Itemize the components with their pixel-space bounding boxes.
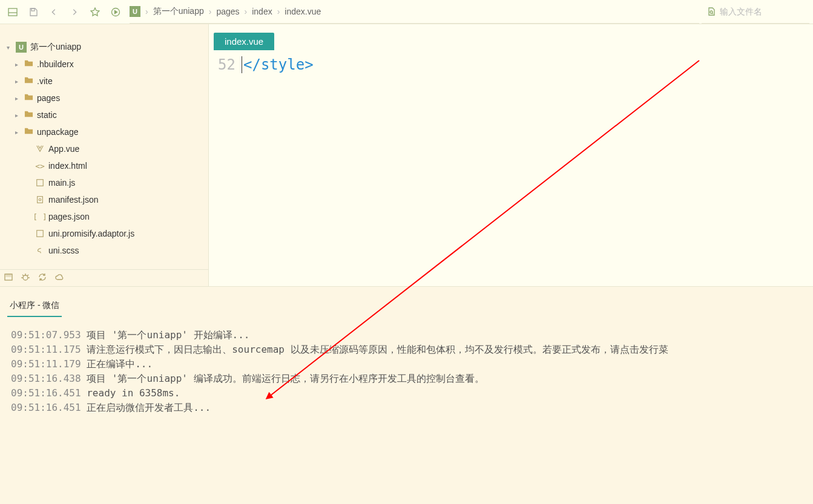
folder-item[interactable]: ▸static [0,106,208,123]
uniapp-icon: U [16,42,27,53]
file-label: App.vue [48,144,79,154]
file-search[interactable] [702,0,809,24]
console-line: 09:51:16.451 ready in 6358ms. [11,386,802,401]
console-output[interactable]: 09:51:07.953 项目 '第一个uniapp' 开始编译...09:51… [0,317,813,426]
project-name: 第一个uniapp [30,42,81,53]
svg-line-5 [713,13,714,15]
file-label: index.html [48,161,87,171]
project-root[interactable]: ▾ U 第一个uniapp [0,39,208,56]
cloud-icon[interactable] [54,272,64,284]
console-line: 09:51:16.451 正在启动微信开发者工具... [11,401,802,415]
file-icon [35,229,45,238]
console-tab[interactable]: 小程序 - 微信 [7,298,62,317]
file-icon [35,145,45,153]
chevron-right-icon: › [245,7,248,16]
save-icon[interactable] [24,3,42,21]
file-icon [35,246,45,255]
bug-icon[interactable] [21,272,30,284]
chevron-right-icon: ▸ [12,78,21,85]
chevron-right-icon: › [277,7,280,16]
svg-rect-7 [38,197,43,203]
chevron-right-icon: › [145,7,148,16]
file-explorer: ▾ U 第一个uniapp ▸.hbuilderx▸.vite▸pages▸st… [0,24,209,286]
chevron-right-icon: › [209,7,212,16]
file-icon: <> [35,162,45,171]
file-item[interactable]: ▸manifest.json [0,191,208,208]
breadcrumb-segment[interactable]: 第一个uniapp [153,6,204,17]
file-label: pages.json [48,212,90,221]
file-item[interactable]: ▸<>index.html [0,157,208,174]
breadcrumb-segment[interactable]: pages [216,7,239,16]
folder-item[interactable]: ▸.vite [0,73,208,90]
console-line: 09:51:11.175 请注意运行模式下，因日志输出、sourcemap 以及… [11,342,802,357]
folder-item[interactable]: ▸pages [0,90,208,106]
breadcrumb-segment[interactable]: index.vue [285,7,321,16]
top-toolbar: U › 第一个uniapp › pages › index › index.vu… [0,0,813,24]
folder-icon [24,59,33,70]
file-item[interactable]: ▸App.vue [0,140,208,157]
file-item[interactable]: ▸uni.promisify.adaptor.js [0,225,208,242]
code-line[interactable]: </style> [242,56,314,73]
file-item[interactable]: ▸uni.scss [0,242,208,259]
nav-back-icon[interactable] [45,3,63,21]
uniapp-icon: U [130,6,140,17]
svg-point-4 [710,11,713,13]
svg-rect-11 [6,274,11,277]
folder-icon [24,110,33,120]
svg-rect-9 [37,231,44,237]
file-label: uni.scss [48,246,79,255]
file-icon [35,195,45,204]
chevron-right-icon: ▸ [12,95,21,102]
svg-point-12 [23,275,28,280]
folder-label: .hbuilderx [37,59,74,69]
svg-rect-2 [31,8,35,11]
file-icon [35,178,45,187]
chevron-right-icon: ▸ [12,112,21,119]
chevron-right-icon: ▸ [12,61,21,68]
svg-line-16 [22,275,24,276]
folder-label: unpackage [37,127,79,137]
file-label: manifest.json [48,195,98,205]
folder-icon [24,93,33,103]
console-line: 09:51:07.953 项目 '第一个uniapp' 开始编译... [11,328,802,342]
svg-rect-6 [37,180,44,186]
nav-forward-icon[interactable] [65,3,84,21]
folder-icon [24,76,33,87]
search-input[interactable] [720,7,805,16]
file-icon: [ ] [35,212,45,221]
svg-point-8 [39,198,41,201]
folder-item[interactable]: ▸.hbuilderx [0,56,208,73]
svg-rect-0 [8,8,17,16]
folder-icon [24,126,33,137]
svg-line-17 [27,275,28,276]
folder-label: .vite [37,76,53,86]
run-icon[interactable] [107,3,125,21]
line-number: 52 [209,56,242,73]
file-item[interactable]: ▸main.js [0,174,208,191]
file-label: main.js [48,178,75,188]
console-line: 09:51:16.438 项目 '第一个uniapp' 编译成功。前端运行日志，… [11,371,802,386]
folder-label: pages [37,93,60,103]
sidebar-footer [0,269,208,286]
chevron-down-icon: ▾ [4,44,12,51]
new-project-icon[interactable] [4,272,13,284]
code-editor[interactable]: index.vue 52 </style> [209,24,813,286]
file-search-icon [706,7,716,16]
console-line: 09:51:11.179 正在编译中... [11,357,802,371]
chevron-right-icon: ▸ [12,129,21,136]
sync-icon[interactable] [38,272,47,284]
console-panel: 小程序 - 微信 09:51:07.953 项目 '第一个uniapp' 开始编… [0,286,813,504]
editor-tab[interactable]: index.vue [214,33,274,50]
folder-label: static [37,110,57,120]
panel-toggle-icon[interactable] [4,3,22,21]
breadcrumb[interactable]: U › 第一个uniapp › pages › index › index.vu… [130,0,699,24]
file-item[interactable]: ▸[ ]pages.json [0,208,208,225]
file-label: uni.promisify.adaptor.js [48,229,134,238]
star-icon[interactable] [86,3,104,21]
folder-item[interactable]: ▸unpackage [0,123,208,140]
breadcrumb-segment[interactable]: index [252,7,272,16]
